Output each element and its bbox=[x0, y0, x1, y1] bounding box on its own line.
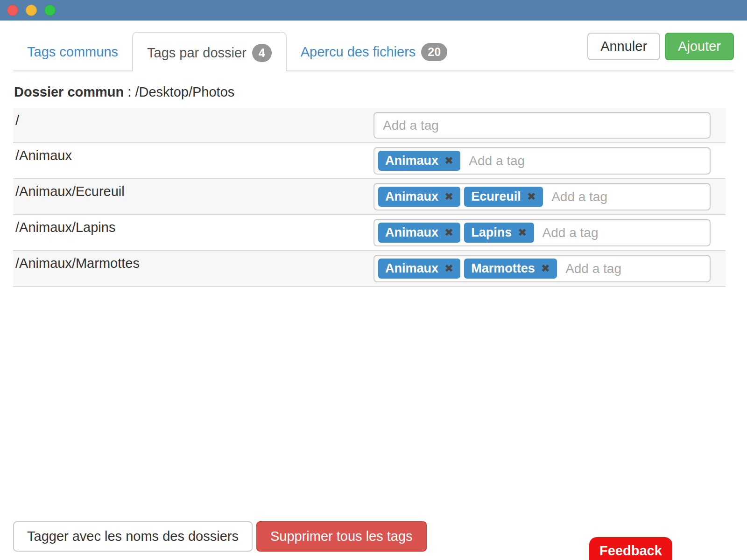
tag: Marmottes✖ bbox=[464, 259, 557, 279]
tag: Lapins✖ bbox=[464, 223, 534, 243]
folder-path: /Animaux/Lapins bbox=[13, 219, 374, 235]
tag-label: Animaux bbox=[385, 154, 438, 168]
folder-row: /Add a tag bbox=[13, 108, 726, 143]
remove-tag-icon[interactable]: ✖ bbox=[541, 263, 550, 274]
folder-row: /Animaux/MarmottesAnimaux✖Marmottes✖Add … bbox=[13, 251, 726, 287]
tag: Animaux✖ bbox=[378, 259, 460, 279]
heading-separator: : bbox=[124, 84, 135, 99]
tag-input-placeholder: Add a tag bbox=[561, 261, 621, 276]
folder-path: /Animaux/Marmottes bbox=[13, 255, 374, 271]
tag: Animaux✖ bbox=[378, 223, 460, 243]
main-content: Tags communs Tags par dossier 4 Apercu d… bbox=[0, 21, 747, 287]
tag-input[interactable]: Animaux✖Marmottes✖Add a tag bbox=[374, 255, 711, 282]
folder-path: / bbox=[13, 112, 374, 128]
tag-label: Marmottes bbox=[471, 261, 535, 276]
tab-tags-communs[interactable]: Tags communs bbox=[13, 32, 132, 70]
folder-path: /Animaux bbox=[13, 147, 374, 163]
add-button[interactable]: Ajouter bbox=[665, 33, 734, 60]
remove-tag-icon[interactable]: ✖ bbox=[444, 191, 453, 202]
close-window-icon[interactable] bbox=[7, 5, 18, 16]
tag-input[interactable]: Add a tag bbox=[374, 112, 711, 139]
common-folder-heading: Dossier commun : /Desktop/Photos bbox=[14, 84, 734, 100]
tag-label: Animaux bbox=[385, 189, 438, 204]
zoom-window-icon[interactable] bbox=[44, 5, 56, 16]
tag-input[interactable]: Animaux✖Lapins✖Add a tag bbox=[374, 219, 711, 246]
remove-tag-icon[interactable]: ✖ bbox=[518, 227, 527, 238]
tag-input-placeholder: Add a tag bbox=[547, 189, 607, 204]
folder-row: /AnimauxAnimaux✖Add a tag bbox=[13, 143, 726, 179]
tag-with-folder-names-button[interactable]: Tagger avec les noms des dossiers bbox=[13, 521, 253, 552]
tag: Animaux✖ bbox=[378, 151, 460, 171]
remove-tag-icon[interactable]: ✖ bbox=[444, 263, 453, 274]
footer-actions: Tagger avec les noms des dossiers Suppri… bbox=[13, 521, 427, 552]
common-folder-label: Dossier commun bbox=[14, 84, 124, 99]
dialog-actions: Annuler Ajouter bbox=[587, 33, 734, 60]
tag-label: Animaux bbox=[385, 225, 438, 240]
tab-apercu-des-fichiers[interactable]: Apercu des fichiers 20 bbox=[287, 32, 461, 70]
tab-count-badge: 20 bbox=[421, 43, 447, 62]
cancel-button[interactable]: Annuler bbox=[587, 33, 660, 60]
tag-label: Lapins bbox=[471, 225, 512, 240]
tag-label: Ecureuil bbox=[471, 189, 521, 204]
tab-label: Tags communs bbox=[27, 44, 118, 60]
tag-label: Animaux bbox=[385, 261, 438, 276]
folder-tag-table: /Add a tag/AnimauxAnimaux✖Add a tag/Anim… bbox=[13, 108, 726, 287]
tag: Animaux✖ bbox=[378, 187, 460, 207]
tag: Ecureuil✖ bbox=[464, 187, 543, 207]
folder-path: /Animaux/Ecureuil bbox=[13, 183, 374, 199]
tag-input-placeholder: Add a tag bbox=[378, 118, 439, 133]
tab-label: Tags par dossier bbox=[147, 45, 247, 61]
common-folder-path: /Desktop/Photos bbox=[135, 84, 234, 99]
remove-all-tags-button[interactable]: Supprimer tous les tags bbox=[256, 521, 427, 552]
tag-input-placeholder: Add a tag bbox=[538, 225, 599, 240]
tag-input[interactable]: Animaux✖Add a tag bbox=[374, 147, 711, 175]
feedback-button[interactable]: Feedback bbox=[589, 537, 672, 560]
folder-row: /Animaux/LapinsAnimaux✖Lapins✖Add a tag bbox=[13, 215, 726, 251]
window-titlebar bbox=[0, 0, 747, 21]
tab-label: Apercu des fichiers bbox=[301, 44, 416, 60]
tab-count-badge: 4 bbox=[252, 44, 272, 63]
remove-tag-icon[interactable]: ✖ bbox=[444, 227, 453, 238]
tag-input[interactable]: Animaux✖Ecureuil✖Add a tag bbox=[374, 183, 711, 210]
remove-tag-icon[interactable]: ✖ bbox=[527, 191, 536, 202]
remove-tag-icon[interactable]: ✖ bbox=[444, 155, 453, 166]
tab-bar: Tags communs Tags par dossier 4 Apercu d… bbox=[13, 32, 734, 71]
tag-input-placeholder: Add a tag bbox=[464, 154, 525, 168]
minimize-window-icon[interactable] bbox=[26, 5, 37, 16]
tab-tags-par-dossier[interactable]: Tags par dossier 4 bbox=[132, 32, 287, 71]
folder-row: /Animaux/EcureuilAnimaux✖Ecureuil✖Add a … bbox=[13, 179, 726, 215]
